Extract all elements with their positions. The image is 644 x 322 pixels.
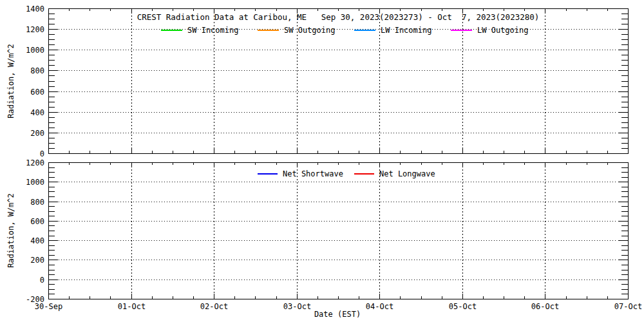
y-tick-label: 1400: [26, 5, 44, 14]
y-tick-label: 1200: [26, 25, 44, 34]
x-tick-label: 05-Oct: [449, 302, 477, 311]
y-tick-label: 1200: [26, 158, 44, 167]
x-tick-label: 06-Oct: [531, 302, 559, 311]
legend-label-sw-incoming: SW Incoming: [187, 26, 238, 35]
y-tick-label: 200: [30, 129, 44, 138]
x-tick-label: 30-Sep: [35, 302, 62, 311]
legend-label-net-shortwave: Net Shortwave: [283, 169, 343, 178]
y-tick-label: 600: [30, 88, 44, 97]
y-tick-label: 0: [40, 276, 44, 285]
x-tick-label: 02-Oct: [200, 302, 228, 311]
x-tick-label: 07-Oct: [614, 302, 642, 311]
y-tick-label: 1000: [26, 178, 44, 187]
bottom-panel: -20002004006008001000120030-Sep01-Oct02-…: [26, 158, 642, 312]
legend-label-sw-outgoing: SW Outgoing: [284, 26, 335, 35]
x-tick-label: 03-Oct: [283, 302, 311, 311]
x-tick-label: 01-Oct: [118, 302, 146, 311]
legend-label-lw-outgoing: LW Outgoing: [477, 26, 528, 35]
x-tick-label: 04-Oct: [366, 302, 393, 311]
plot-title: CREST Radiation Data at Caribou, ME Sep …: [137, 12, 540, 22]
y-tick-label: 800: [30, 198, 44, 207]
y-tick-label: 1000: [26, 46, 44, 55]
legend-label-lw-incoming: LW Incoming: [381, 26, 431, 35]
legend-label-net-longwave: Net Longwave: [379, 169, 435, 178]
panel-border: [49, 9, 629, 154]
top-panel: 0200400600800100012001400SW IncomingSW O…: [26, 5, 628, 158]
y-tick-label: 400: [30, 236, 44, 245]
plot-canvas: CREST Radiation Data at Caribou, ME Sep …: [0, 0, 644, 322]
y-tick-label: 200: [30, 256, 44, 265]
x-axis-label: Date (EST): [314, 310, 361, 319]
panel-border: [49, 163, 629, 299]
radiation-plot-page: CREST Radiation Data at Caribou, ME Sep …: [0, 0, 644, 322]
y-tick-label: 800: [30, 66, 44, 75]
y-tick-label: 600: [30, 217, 44, 226]
y-tick-label: 400: [30, 108, 44, 117]
y-tick-label: 0: [40, 149, 44, 158]
y-axis-label-bottom-panel: Radiation, W/m^2: [6, 193, 15, 268]
y-axis-label-top-panel: Radiation, W/m^2: [6, 44, 15, 118]
